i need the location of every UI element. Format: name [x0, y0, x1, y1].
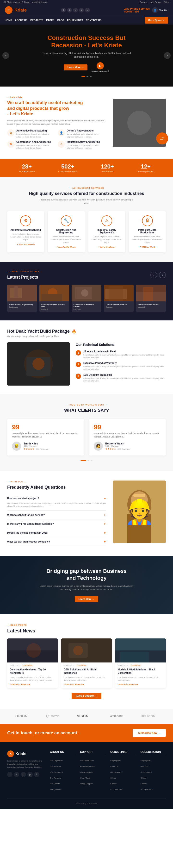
faq-item-3[interactable]: Is there any Free Consultancy Available?…: [7, 520, 106, 528]
project-card-4[interactable]: Construction Research Research: [104, 285, 134, 312]
footer-about-us-col: ABOUT US Our Objectives Our Services Our…: [50, 750, 75, 793]
faq-toggle-5[interactable]: +: [104, 540, 106, 544]
footer-link-services[interactable]: Our Services: [50, 765, 61, 768]
footer-link-clients-q[interactable]: Clients: [110, 777, 116, 779]
footer-link-resources[interactable]: Our Resources: [50, 771, 63, 773]
service-safety[interactable]: ⚠ Industrial Safety Equipment's Lorem ad…: [89, 211, 126, 252]
footer-link-ticket[interactable]: Open Ticket: [80, 777, 91, 779]
nav-equipment[interactable]: EQUIPMENTS: [67, 16, 83, 25]
footer-link-c4[interactable]: Clients: [141, 777, 146, 779]
instagram-icon[interactable]: in: [73, 8, 78, 12]
faq-toggle-1[interactable]: −: [104, 497, 106, 500]
top-bar-email[interactable]: info@kriate.com: [32, 1, 47, 3]
hero-video-btn[interactable]: ▶ Some Video Watch: [91, 62, 110, 72]
service-construction[interactable]: 🔧 Construction And Engineering Lorem adi…: [48, 211, 85, 252]
footer-link-about-q[interactable]: About Us: [110, 765, 118, 768]
services-tag: — Achievement Services: [7, 187, 166, 189]
footer-instagram-icon[interactable]: in: [21, 772, 26, 777]
stat-running-label: Running Projects: [137, 170, 154, 173]
faq-toggle-3[interactable]: +: [104, 522, 106, 526]
nav-about[interactable]: ABOUT US: [15, 16, 27, 25]
footer-link-webmaster[interactable]: Ask Webmaster: [80, 760, 94, 762]
faq-item-5[interactable]: Ways we can architect our company? + Lor…: [7, 537, 106, 546]
footer-link-questions[interactable]: Ask Questions: [110, 788, 123, 790]
blog-card-3[interactable]: July 25, 2021 Construction Models & O&M …: [115, 639, 166, 688]
hero-dot-3[interactable]: [90, 76, 92, 77]
account-area[interactable]: 👤 Your Cart: [152, 7, 168, 13]
faq-item-2[interactable]: When to consult for our service? + Lorem…: [7, 510, 106, 520]
service-automotive[interactable]: ⚙ Automotive Manufacturing Lorem adipisc…: [7, 211, 44, 252]
nav-projects[interactable]: PROJECTS: [30, 16, 43, 25]
footer-link-knowledge[interactable]: Knowledge Base: [80, 765, 95, 768]
top-bar-careers[interactable]: Careers: [140, 1, 147, 3]
project-card-2[interactable]: Industry & Power Electric Wall Industria…: [39, 285, 69, 312]
subscribe-button[interactable]: Subscribe Now →: [133, 729, 166, 737]
projects-grid: Construction Engineering Engineering Ind…: [7, 285, 166, 312]
footer-link-c1[interactable]: Staging/Dev: [141, 760, 151, 762]
projects-prev-button[interactable]: ‹: [150, 272, 157, 278]
hero-prev-button[interactable]: ‹: [2, 52, 9, 59]
blog-card-2[interactable]: July 25, 2021 Construction O&M Solutions…: [61, 639, 112, 688]
footer-link-c2[interactable]: About Us: [141, 765, 148, 768]
footer-link-billing[interactable]: Billing Support: [80, 783, 93, 785]
t-dot-1[interactable]: [80, 460, 86, 461]
cta-learn-more-button[interactable]: Learn More →: [75, 596, 99, 602]
hero-learn-more-button[interactable]: Learn More →: [64, 64, 88, 70]
t-dot-2[interactable]: [88, 460, 90, 461]
blog-section: — Blog Posts Latest News July 25, 2021 C…: [0, 614, 173, 709]
faq-toggle-4[interactable]: +: [104, 531, 106, 535]
footer-link-services-q[interactable]: Our Services: [110, 771, 122, 773]
footer-twitter-icon[interactable]: t: [14, 772, 19, 777]
youtube-icon[interactable]: yt: [85, 8, 90, 12]
faq-item-4[interactable]: Modify the bended contract in 2020! + Lo…: [7, 528, 106, 537]
footer-aboutus-links: Our Objectives Our Services Our Resource…: [50, 758, 75, 791]
about-section: — Let's Kriate We craft beautifully usef…: [0, 87, 173, 159]
footer-link-online-support[interactable]: Online Support: [80, 771, 93, 773]
service-petroleum[interactable]: 🛢 Petroleum-Core Productions Lorem adipi…: [129, 211, 166, 252]
facebook-icon[interactable]: f: [61, 8, 66, 12]
project-card-5[interactable]: Industrial Construction Industrial: [136, 285, 166, 312]
hero-dot-1[interactable]: [81, 76, 85, 77]
blog-post-title-1: Construction Geniuses - Top 10 Architect…: [10, 668, 55, 675]
twitter-icon[interactable]: t: [67, 8, 72, 12]
footer-link-c3[interactable]: Our Services: [141, 771, 151, 773]
footer-link-partners[interactable]: Our Partners: [50, 777, 61, 779]
get-quote-button[interactable]: Get a Quote →: [145, 17, 168, 24]
blog-post-title-2: O&M Solutions with Artificial Intelligen…: [64, 668, 109, 675]
footer-youtube-icon[interactable]: yt: [27, 772, 33, 777]
projects-next-button[interactable]: ›: [159, 272, 166, 278]
t-dot-3[interactable]: [91, 460, 93, 461]
footer-link-c6[interactable]: Ask Questions: [141, 788, 153, 790]
blog-card-1[interactable]: July 25, 2021 Construction Construction …: [7, 639, 58, 688]
footer-link-ask[interactable]: Ask Question: [50, 788, 62, 790]
faq-item-1[interactable]: How can we start a project? − Lorem ipsu…: [7, 494, 106, 511]
top-bar-help[interactable]: Help Center: [150, 1, 161, 3]
project-card-1[interactable]: Construction Engineering Engineering: [7, 285, 37, 312]
footer-link-gallery[interactable]: Gallery: [110, 783, 116, 785]
project-card-3[interactable]: Chemicals & Research Center Chemical: [72, 285, 101, 312]
project-cat-3: Chemical: [73, 308, 100, 310]
nav-home[interactable]: HOME: [5, 16, 12, 25]
logo[interactable]: K Kriate: [5, 6, 27, 14]
tech-solution-1: 1 25 Years Experience in Field Lorem ips…: [76, 350, 166, 359]
footer-facebook-icon[interactable]: f: [7, 772, 12, 777]
footer-support-title: SUPPORT: [80, 750, 105, 755]
linkedin-icon[interactable]: li: [79, 8, 84, 12]
footer-link-clients[interactable]: Our Clients: [50, 783, 60, 785]
blog-more-button[interactable]: News & Updates →: [72, 693, 101, 699]
footer-link-c5[interactable]: Gallery: [141, 783, 146, 785]
hero-dot-2[interactable]: [86, 76, 89, 77]
top-bar-billing[interactable]: Billing: [164, 1, 169, 3]
service-automotive-title: Automotive Manufacturing: [10, 228, 41, 231]
tech-title-2: Extensive Period of Warranty: [83, 362, 166, 364]
footer-linkedin-icon[interactable]: li: [34, 772, 39, 777]
nav-pages[interactable]: PAGES: [46, 16, 54, 25]
nav-contact[interactable]: CONTACT US: [86, 16, 101, 25]
hero-next-button[interactable]: ›: [164, 52, 171, 59]
nav-blog[interactable]: BLOG: [57, 16, 64, 25]
footer-link-objectives[interactable]: Our Objectives: [50, 760, 63, 762]
footer-link-staging[interactable]: Staging/Dev: [110, 760, 121, 762]
faq-toggle-2[interactable]: +: [104, 513, 106, 517]
play-icon[interactable]: ▶: [97, 62, 104, 69]
footer: K Kriate Lorem ipsum is simply of the pr…: [0, 742, 173, 809]
